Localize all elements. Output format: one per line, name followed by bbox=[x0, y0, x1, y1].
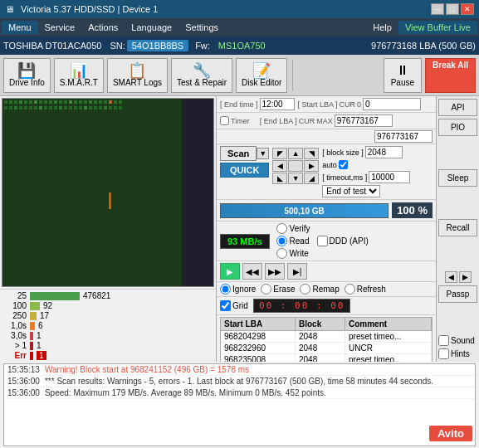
toolbar: 💾 Drive Info 📊 S.M.A.R.T 📋 SMART Logs 🔧 … bbox=[0, 55, 479, 96]
end-lba-input[interactable] bbox=[335, 114, 393, 127]
erase-radio-label[interactable]: Erase bbox=[261, 284, 295, 295]
sound-label[interactable]: Sound bbox=[438, 335, 477, 346]
view-buffer-button[interactable]: View Buffer Live bbox=[398, 21, 477, 34]
svg-rect-13 bbox=[59, 100, 62, 104]
arrow-down-right[interactable]: ◢ bbox=[304, 173, 319, 184]
svg-rect-22 bbox=[104, 100, 107, 104]
td-lba-1: 968232960 bbox=[221, 343, 296, 353]
app-window: 🖥 Victoria 5.37 HDD/SSD | Device 1 ─ □ ✕… bbox=[0, 0, 479, 448]
ignore-radio[interactable] bbox=[220, 284, 231, 295]
test-repair-button[interactable]: 🔧 Test & Repair bbox=[171, 58, 232, 93]
small-left-btn[interactable]: ◀ bbox=[445, 271, 457, 283]
smart-logs-label: SMART Logs bbox=[113, 78, 162, 87]
hints-label[interactable]: Hints bbox=[438, 348, 477, 359]
disk-editor-button[interactable]: 📝 Disk Editor bbox=[236, 58, 287, 93]
scan-dropdown[interactable]: ▼ bbox=[257, 148, 269, 159]
timeout-input[interactable] bbox=[369, 171, 410, 183]
arrow-left[interactable]: ◀ bbox=[272, 160, 287, 172]
pause-button[interactable]: ⏸ Pause bbox=[384, 58, 422, 93]
write-radio-label[interactable]: Write bbox=[276, 248, 310, 259]
refresh-radio-label[interactable]: Refresh bbox=[345, 284, 386, 295]
play-button[interactable]: ▶ bbox=[220, 263, 240, 280]
svg-rect-48 bbox=[109, 106, 112, 110]
arrow-up[interactable]: ▲ bbox=[288, 148, 303, 159]
stat-bar-err bbox=[30, 352, 33, 360]
svg-rect-39 bbox=[64, 106, 67, 110]
pause-label: Pause bbox=[391, 78, 414, 87]
svg-rect-40 bbox=[69, 106, 72, 110]
write-radio[interactable] bbox=[276, 248, 287, 259]
close-button[interactable]: ✕ bbox=[461, 3, 474, 15]
end-time-input[interactable] bbox=[260, 98, 295, 110]
recall-button[interactable]: Recall bbox=[438, 219, 477, 236]
arrow-up-right[interactable]: ◥ bbox=[304, 148, 319, 159]
grid-checkbox-label[interactable]: Grid bbox=[220, 300, 248, 311]
block-size-input[interactable] bbox=[365, 146, 403, 158]
svg-rect-2 bbox=[4, 100, 7, 104]
menu-help[interactable]: Help bbox=[366, 21, 398, 34]
table-row[interactable]: 968204298 2048 preset timeo... bbox=[221, 331, 432, 343]
break-all-button[interactable]: Break All bbox=[425, 58, 476, 93]
hints-checkbox[interactable] bbox=[438, 348, 449, 359]
smart-button[interactable]: 📊 S.M.A.R.T bbox=[54, 58, 104, 93]
pio-button[interactable]: PIO bbox=[438, 119, 477, 136]
sound-text: Sound bbox=[451, 336, 475, 345]
menu-menu[interactable]: Menu bbox=[2, 21, 38, 34]
scan-button[interactable]: Scan bbox=[220, 146, 257, 161]
sleep-button[interactable]: Sleep bbox=[438, 169, 477, 187]
small-right-btn[interactable]: ▶ bbox=[459, 271, 472, 283]
read-radio[interactable] bbox=[276, 236, 287, 246]
verify-radio[interactable] bbox=[276, 223, 287, 234]
minimize-button[interactable]: ─ bbox=[431, 3, 444, 15]
end-time-group: [ End time ] bbox=[220, 98, 295, 110]
menu-service[interactable]: Service bbox=[38, 21, 82, 34]
svg-rect-28 bbox=[9, 106, 12, 110]
arrow-up-left[interactable]: ◤ bbox=[272, 148, 287, 159]
table-row[interactable]: 968235008 2048 preset timeo... bbox=[221, 354, 432, 362]
arrow-right[interactable]: ▶ bbox=[304, 160, 319, 172]
remap-radio-label[interactable]: Remap bbox=[300, 284, 339, 295]
svg-rect-46 bbox=[99, 106, 102, 110]
smart-logs-button[interactable]: 📋 SMART Logs bbox=[107, 58, 168, 93]
ignore-radio-label[interactable]: Ignore bbox=[220, 284, 256, 295]
passp-button[interactable]: Passp bbox=[438, 285, 477, 303]
arrow-down-left[interactable]: ◣ bbox=[272, 173, 287, 184]
next-button[interactable]: ▶▶ bbox=[265, 263, 285, 280]
stat-row-25: 25 476821 bbox=[3, 291, 213, 300]
results-table: Start LBA Block Comment 968204298 2048 p… bbox=[220, 317, 433, 362]
end-button[interactable]: ▶| bbox=[287, 263, 307, 280]
sound-checkbox[interactable] bbox=[438, 335, 449, 346]
end-lba-input2[interactable] bbox=[374, 130, 433, 143]
td-block-1: 2048 bbox=[296, 343, 345, 353]
svg-rect-23 bbox=[109, 100, 112, 104]
end-of-test-select[interactable]: End of test bbox=[322, 185, 380, 197]
verify-radio-label[interactable]: Verify bbox=[276, 223, 310, 234]
prev-button[interactable]: ◀◀ bbox=[242, 263, 262, 280]
erase-radio[interactable] bbox=[261, 284, 271, 295]
maximize-button[interactable]: □ bbox=[446, 3, 459, 15]
log-text-2: Speed: Maximum 179 MB/s. Average 89 MB/s… bbox=[45, 388, 472, 397]
menu-actions[interactable]: Actions bbox=[81, 21, 125, 34]
remap-radio[interactable] bbox=[300, 284, 310, 295]
read-radio-label[interactable]: Read bbox=[276, 236, 310, 246]
menu-language[interactable]: Language bbox=[125, 21, 178, 34]
stat-count-25: 476821 bbox=[83, 291, 110, 300]
table-row[interactable]: 968232960 2048 UNCR bbox=[221, 343, 432, 354]
refresh-radio[interactable] bbox=[345, 284, 355, 295]
timer-checkbox[interactable] bbox=[220, 116, 229, 125]
grid-checkbox[interactable] bbox=[220, 300, 231, 311]
ddd-api-checkbox[interactable] bbox=[317, 236, 328, 246]
stat-label-25: 25 bbox=[3, 291, 27, 300]
start-lba-input[interactable] bbox=[363, 98, 421, 110]
drive-info-button[interactable]: 💾 Drive Info bbox=[3, 58, 51, 93]
ddd-api-label[interactable]: DDD (API) bbox=[317, 236, 369, 246]
stat-count-gt1: 1 bbox=[37, 341, 42, 350]
arrow-down[interactable]: ▼ bbox=[288, 173, 303, 184]
api-button[interactable]: API bbox=[438, 99, 477, 116]
disk-editor-icon: 📝 bbox=[252, 63, 271, 78]
auto-checkbox[interactable] bbox=[339, 160, 348, 169]
table-header: Start LBA Block Comment bbox=[221, 318, 432, 331]
quick-button[interactable]: QUICK bbox=[220, 163, 269, 178]
td-comment-2: preset timeo... bbox=[345, 354, 432, 362]
menu-settings[interactable]: Settings bbox=[178, 21, 225, 34]
